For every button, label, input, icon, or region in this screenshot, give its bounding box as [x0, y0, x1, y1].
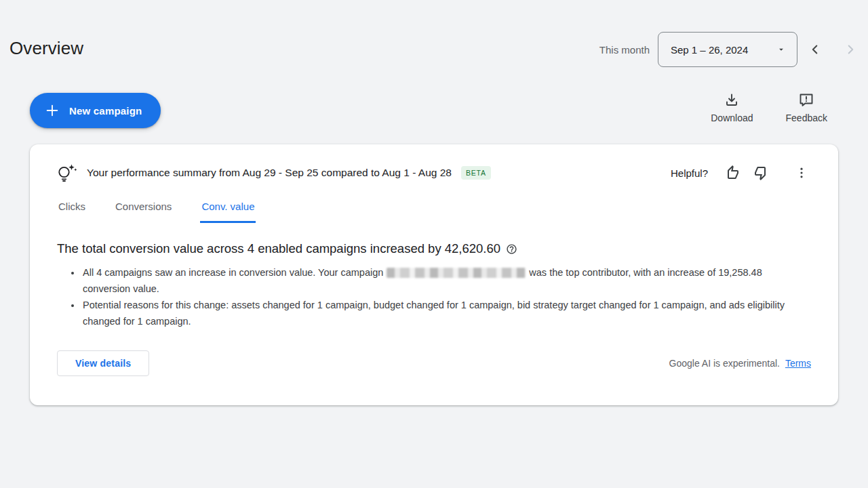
more-options-button[interactable] — [792, 163, 811, 182]
redacted-campaign-name — [387, 268, 526, 278]
experimental-note: Google AI is experimental. Terms — [669, 358, 811, 369]
thumb-up-icon — [723, 165, 739, 181]
helpful-label: Helpful? — [671, 167, 708, 179]
terms-link[interactable]: Terms — [785, 358, 811, 369]
bullet-potential-reasons: Potential reasons for this change: asset… — [81, 297, 786, 329]
plus-icon — [45, 103, 60, 118]
date-range-cluster: This month Sep 1 – 26, 2024 — [599, 32, 868, 67]
bullet-top-contributor: All 4 campaigns saw an increase in conve… — [81, 264, 786, 297]
period-label: This month — [599, 44, 650, 56]
new-campaign-label: New campaign — [69, 105, 142, 117]
headline-text: The total conversion value across 4 enab… — [57, 241, 500, 256]
view-details-button[interactable]: View details — [57, 350, 149, 376]
next-period-button[interactable] — [833, 32, 868, 67]
summary-headline: The total conversion value across 4 enab… — [57, 241, 811, 256]
kebab-menu-icon — [795, 166, 808, 180]
help-button[interactable] — [506, 243, 517, 255]
page-title: Overview — [9, 38, 83, 59]
date-range-value: Sep 1 – 26, 2024 — [671, 44, 748, 56]
ai-insight-lightbulb-icon — [57, 164, 77, 182]
experimental-note-text: Google AI is experimental. — [669, 358, 780, 369]
download-label: Download — [711, 113, 753, 123]
previous-period-button[interactable] — [797, 32, 833, 67]
tab-clicks[interactable]: Clicks — [57, 201, 87, 223]
dropdown-caret-icon — [776, 45, 786, 54]
beta-badge: BETA — [461, 166, 491, 180]
summary-tabs: Clicks Conversions Conv. value — [57, 201, 811, 223]
thumb-up-button[interactable] — [720, 162, 742, 184]
chevron-right-icon — [843, 42, 858, 57]
new-campaign-button[interactable]: New campaign — [30, 93, 161, 128]
help-icon — [506, 243, 517, 255]
feedback-label: Feedback — [786, 113, 827, 123]
card-header: Your performance summary from Aug 29 - S… — [57, 162, 811, 184]
bullet-text-before: All 4 campaigns saw an increase in conve… — [83, 267, 383, 278]
download-icon — [724, 92, 740, 108]
tab-conv-value[interactable]: Conv. value — [200, 201, 256, 223]
feedback-button[interactable]: Feedback — [786, 92, 827, 123]
date-range-selector[interactable]: Sep 1 – 26, 2024 — [658, 32, 797, 67]
thumb-down-button[interactable] — [751, 162, 773, 184]
thumb-down-icon — [754, 165, 770, 181]
summary-title: Your performance summary from Aug 29 - S… — [87, 167, 452, 179]
download-button[interactable]: Download — [711, 92, 753, 123]
tab-conversions[interactable]: Conversions — [114, 201, 173, 223]
performance-summary-card: Your performance summary from Aug 29 - S… — [30, 144, 838, 405]
chevron-left-icon — [808, 42, 823, 57]
summary-bullets: All 4 campaigns saw an increase in conve… — [57, 264, 786, 329]
toolbar-right: Download Feedback — [711, 92, 827, 123]
card-footer: View details Google AI is experimental. … — [57, 350, 811, 376]
feedback-icon — [798, 92, 814, 108]
